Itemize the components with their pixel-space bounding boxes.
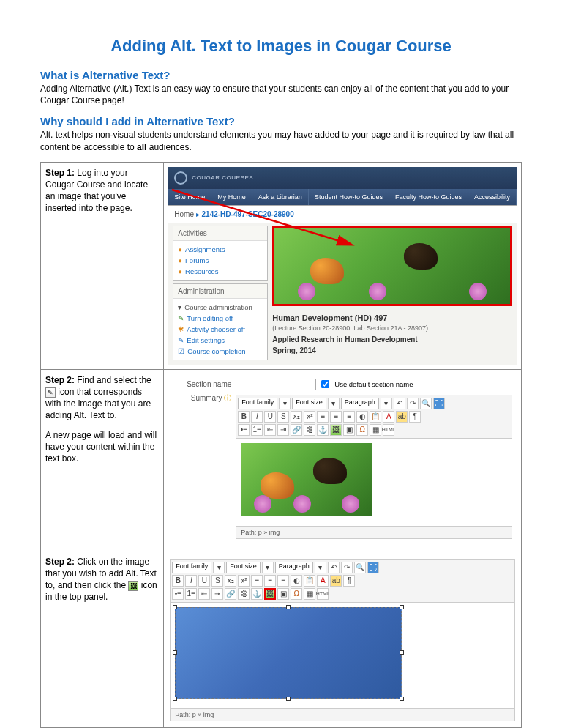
paste-button[interactable]: 📋	[370, 411, 381, 423]
editor-embedded-image[interactable]	[241, 443, 372, 516]
dropdown-icon[interactable]: ▾	[315, 562, 326, 573]
resize-handle-icon[interactable]	[400, 697, 404, 701]
editor-content-area[interactable]	[236, 439, 512, 527]
editor-selected-image[interactable]	[175, 607, 402, 699]
nav-site-home[interactable]: Site Home	[168, 189, 211, 205]
unlink-button[interactable]: ⛓	[304, 424, 315, 436]
resize-handle-icon[interactable]	[286, 697, 291, 701]
dropdown-icon[interactable]: ▾	[213, 562, 225, 573]
resize-handle-icon[interactable]	[286, 605, 291, 609]
dropdown-icon[interactable]: ▾	[279, 398, 291, 409]
anchor-button[interactable]: ⚓	[317, 424, 329, 436]
bullet-list-button[interactable]: •≡	[238, 424, 250, 436]
equation-button[interactable]: Ω	[356, 424, 368, 436]
nav-my-home[interactable]: My Home	[211, 189, 252, 205]
bold-button[interactable]: B	[238, 411, 250, 423]
superscript-button[interactable]: x²	[304, 411, 315, 423]
nav-ask-librarian[interactable]: Ask a Librarian	[252, 189, 309, 205]
link-edit-settings[interactable]: ✎Edit settings	[178, 335, 263, 346]
bg-color-button[interactable]: ab	[396, 411, 408, 423]
link-forums[interactable]: ●Forums	[178, 255, 263, 266]
link-resources[interactable]: ●Resources	[178, 266, 263, 277]
breadcrumb-home[interactable]: Home	[174, 210, 194, 218]
link-button[interactable]: 🔗	[225, 588, 236, 600]
align-right-button[interactable]: ≡	[343, 411, 355, 423]
course-image-highlighted[interactable]	[272, 226, 512, 306]
bold-button[interactable]: B	[172, 575, 184, 587]
underline-button[interactable]: U	[264, 411, 276, 423]
media-button[interactable]: ▣	[343, 424, 355, 436]
resize-handle-icon[interactable]	[173, 650, 177, 655]
use-default-checkbox[interactable]	[321, 380, 329, 388]
subscript-button[interactable]: x₂	[291, 411, 302, 423]
clean-button[interactable]: ◐	[356, 411, 368, 423]
fullscreen-button[interactable]: ⛶	[367, 562, 379, 573]
resize-handle-icon[interactable]	[400, 605, 404, 609]
nav-student-guides[interactable]: Student How-to Guides	[309, 189, 389, 205]
undo-button[interactable]: ↶	[328, 562, 340, 573]
dropdown-icon[interactable]: ▾	[381, 398, 392, 409]
link-turn-editing-off[interactable]: ✎Turn editing off	[178, 313, 263, 324]
media-button[interactable]: ▣	[277, 588, 289, 600]
align-left-button[interactable]: ≡	[251, 575, 263, 587]
breadcrumb-course[interactable]: 2142-HD-497-SEC20-28900	[202, 210, 294, 218]
link-button[interactable]: 🔗	[291, 424, 302, 436]
undo-button[interactable]: ↶	[394, 398, 405, 409]
subscript-button[interactable]: x₂	[225, 575, 236, 587]
fullscreen-button[interactable]: ⛶	[433, 398, 445, 409]
insert-image-button[interactable]: 🖼	[330, 424, 342, 436]
outdent-button[interactable]: ⇤	[264, 424, 276, 436]
outdent-button[interactable]: ⇤	[198, 588, 210, 600]
editor-content-area[interactable]	[170, 603, 515, 709]
resize-handle-icon[interactable]	[400, 650, 404, 655]
indent-button[interactable]: ⇥	[211, 588, 223, 600]
redo-button[interactable]: ↷	[341, 562, 353, 573]
find-button[interactable]: 🔍	[420, 398, 432, 409]
anchor-button[interactable]: ⚓	[251, 588, 263, 600]
redo-button[interactable]: ↷	[407, 398, 419, 409]
strike-button[interactable]: S	[277, 411, 289, 423]
font-size-select[interactable]: Font size	[226, 562, 261, 573]
font-family-select[interactable]: Font family	[172, 562, 211, 573]
ltr-button[interactable]: ¶	[343, 575, 355, 587]
superscript-button[interactable]: x²	[238, 575, 250, 587]
align-left-button[interactable]: ≡	[317, 411, 329, 423]
link-assignments[interactable]: ●Assignments	[178, 244, 263, 255]
number-list-button[interactable]: 1≡	[251, 424, 263, 436]
nav-accessibility[interactable]: Accessibility	[468, 189, 517, 205]
link-activity-chooser[interactable]: ✱Activity chooser off	[178, 324, 263, 335]
align-center-button[interactable]: ≡	[264, 575, 276, 587]
ltr-button[interactable]: ¶	[409, 411, 421, 423]
clean-button[interactable]: ◐	[291, 575, 302, 587]
find-button[interactable]: 🔍	[354, 562, 366, 573]
resize-handle-icon[interactable]	[173, 697, 177, 701]
italic-button[interactable]: I	[251, 411, 263, 423]
align-center-button[interactable]: ≡	[330, 411, 342, 423]
font-size-select[interactable]: Font size	[292, 398, 326, 409]
strike-button[interactable]: S	[211, 575, 223, 587]
dropdown-icon[interactable]: ▾	[328, 398, 340, 409]
html-button[interactable]: HTML	[317, 588, 329, 600]
dropdown-icon[interactable]: ▾	[262, 562, 274, 573]
bullet-list-button[interactable]: •≡	[172, 588, 184, 600]
italic-button[interactable]: I	[185, 575, 197, 587]
number-list-button[interactable]: 1≡	[185, 588, 197, 600]
nav-faculty-guides[interactable]: Faculty How-to Guides	[389, 189, 468, 205]
bg-color-button[interactable]: ab	[330, 575, 342, 587]
section-name-input[interactable]	[236, 379, 316, 390]
align-right-button[interactable]: ≡	[277, 575, 289, 587]
resize-handle-icon[interactable]	[173, 605, 177, 609]
unlink-button[interactable]: ⛓	[238, 588, 250, 600]
link-course-completion[interactable]: ☑Course completion	[178, 346, 263, 357]
html-button[interactable]: HTML	[383, 424, 394, 436]
help-icon[interactable]: ⓘ	[224, 394, 231, 402]
equation-button[interactable]: Ω	[291, 588, 302, 600]
table-button[interactable]: ▦	[370, 424, 381, 436]
paste-button[interactable]: 📋	[304, 575, 315, 587]
table-button[interactable]: ▦	[304, 588, 315, 600]
underline-button[interactable]: U	[198, 575, 210, 587]
paragraph-select[interactable]: Paragraph	[275, 562, 313, 573]
paragraph-select[interactable]: Paragraph	[341, 398, 379, 409]
indent-button[interactable]: ⇥	[277, 424, 289, 436]
insert-image-button-highlighted[interactable]: 🖼	[264, 588, 276, 600]
